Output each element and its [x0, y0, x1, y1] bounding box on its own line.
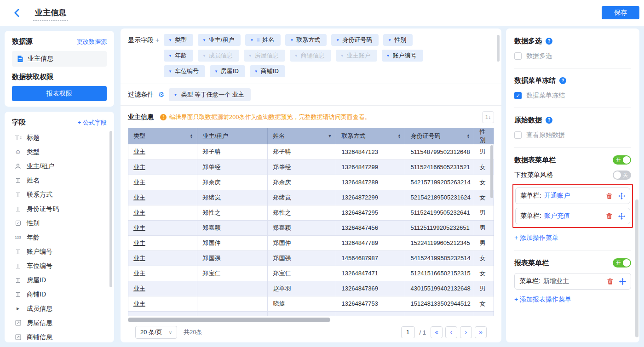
save-button[interactable]: 保存 [602, 6, 639, 19]
chip-owner-tenant[interactable]: ▼业主/租户 [198, 34, 241, 46]
settings-scrollbar-thumb[interactable] [635, 199, 638, 337]
table-vertical-scrollbar-thumb[interactable] [490, 145, 493, 198]
help-icon[interactable]: ? [559, 77, 566, 84]
field-item-member-info[interactable]: ▶ 成员信息 [12, 301, 107, 316]
table-horizontal-scrollbar-thumb[interactable] [128, 318, 330, 322]
table-row[interactable]: 业主郑国仲郑国仲13264847789152241199605212345男 [128, 235, 494, 250]
field-item-account-no[interactable]: 账户编号 [12, 245, 107, 259]
chip-id-number[interactable]: ▼身份证号码 [331, 34, 379, 46]
add-display-field-icon[interactable]: + [155, 36, 159, 44]
move-icon[interactable] [619, 278, 626, 285]
chip-account-no[interactable]: ▼账户编号 [382, 50, 423, 62]
menu-item-name[interactable]: 账户充值 [544, 212, 570, 220]
gear-icon[interactable]: ⚙ [158, 91, 164, 99]
chip-gender[interactable]: ▼性别 [383, 34, 413, 46]
field-item-parking-no[interactable]: 车位编号 [12, 259, 107, 273]
table-row[interactable]: 业主郑性之郑性之13264847295511524199505232641男 [128, 205, 494, 220]
table-row[interactable]: 业主郑绪岚郑绪岚13264872299521542189505231624女 [128, 190, 494, 205]
add-action-menu-link[interactable]: + 添加操作菜单 [514, 234, 631, 242]
chip-house-info[interactable]: ▼房屋信息 [244, 50, 285, 62]
sort-icon[interactable]: ▲▼ [190, 134, 193, 138]
filter-condition-chip[interactable]: ▼ 类型 等于任意一个 业主 [169, 88, 250, 101]
add-report-action-menu-link[interactable]: + 添加报表操作菜单 [514, 296, 631, 304]
table-row[interactable]: 业主郑肇经郑肇经13264847299511524166505231521女 [128, 159, 494, 175]
field-item-contact[interactable]: 联系方式 [12, 188, 107, 202]
field-item-shop-info[interactable]: 商铺信息 [12, 330, 107, 342]
trash-icon[interactable] [606, 193, 613, 199]
column-header-owner-tenant[interactable]: 业主/租户 [197, 128, 267, 144]
chip-owner-account[interactable]: ▼业主账户 [336, 50, 377, 62]
page-input[interactable]: 1 [401, 326, 415, 338]
field-item-shop-id[interactable]: 商铺ID [12, 287, 107, 301]
column-header-type[interactable]: 类型▲▼ [128, 128, 197, 144]
field-item-title[interactable]: 标题 [12, 131, 107, 145]
chip-contact[interactable]: ▼联系方式 [285, 34, 327, 46]
menu-item-new-owner[interactable]: 菜单栏: 新增业主 [514, 273, 631, 290]
back-icon[interactable] [12, 8, 22, 18]
help-icon[interactable]: ? [546, 117, 552, 124]
first-page-button[interactable]: « [431, 326, 443, 338]
help-icon[interactable]: ? [546, 38, 552, 45]
report-permission-button[interactable]: 报表权限 [12, 86, 107, 101]
prev-page-button[interactable]: ‹ [445, 326, 457, 338]
field-item-house-id[interactable]: 房屋ID [12, 273, 107, 287]
field-item-house-info[interactable]: 房屋信息 [12, 316, 107, 330]
next-page-button[interactable]: › [460, 326, 472, 338]
menu-item-name[interactable]: 开通账户 [544, 192, 570, 200]
add-formula-field-link[interactable]: + 公式字段 [78, 119, 107, 127]
field-item-id-number[interactable]: 身份证号码 [12, 202, 107, 216]
datasource-item[interactable]: 业主信息 [12, 51, 107, 67]
chip-member-info[interactable]: ▼成员信息 [198, 50, 239, 62]
sort-order-icon[interactable]: 1↓ [482, 111, 494, 123]
column-header-id-number[interactable]: 身份证号码▲▼ [405, 128, 474, 144]
change-datasource-link[interactable]: 更改数据源 [77, 38, 107, 46]
dropdown-style-toggle-off[interactable]: 关 [613, 171, 631, 180]
menu-item-name[interactable]: 新增业主 [543, 277, 569, 285]
page-title[interactable]: 业主信息 [33, 7, 68, 21]
table-row[interactable]: 业主郑国强郑国强14564687987541524199505232514女 [128, 250, 494, 266]
display-fields-scrollbar-thumb[interactable] [497, 35, 500, 62]
checkbox-checked[interactable]: ✓ [514, 92, 522, 99]
sort-desc-icon[interactable]: ▼ [328, 134, 332, 138]
chip-house-id[interactable]: ▼房屋ID [210, 65, 245, 77]
column-header-contact[interactable]: 联系方式▲▼ [336, 128, 405, 144]
table-row[interactable]: 业主晓旋13264847753151248133502944512女 [128, 296, 494, 311]
table-menu-toggle-on[interactable]: 开 [613, 155, 631, 165]
field-item-name[interactable]: 姓名 [12, 173, 107, 188]
sort-icon[interactable]: ▲▼ [398, 134, 401, 138]
chip-parking-no[interactable]: ▼车位编号 [164, 65, 205, 77]
chip-shop-info[interactable]: ▼商铺信息 [290, 50, 331, 62]
trash-icon[interactable] [606, 213, 613, 220]
chip-shop-id[interactable]: ▼商铺ID [250, 65, 285, 77]
table-row[interactable]: 业主赵单羽13264847369430155199402132648男 [128, 281, 494, 296]
column-header-gender[interactable]: 性别 [474, 128, 494, 144]
table-row[interactable]: 业主郑嘉颖郑嘉颖13264847456511251199205232651男 [128, 220, 494, 235]
menu-freeze-checkbox-row[interactable]: ✓ 数据菜单冻结 [514, 91, 631, 100]
move-icon[interactable] [618, 193, 625, 199]
checkbox-unchecked[interactable] [514, 131, 522, 139]
fields-scrollbar-thumb[interactable] [109, 131, 112, 287]
table-row[interactable]: 业主郑宝仁郑宝仁13264847471512415166502152315女 [128, 266, 494, 281]
field-item-type[interactable]: ⊙ 类型 [12, 145, 107, 159]
menu-item-open-account[interactable]: 菜单栏: 开通账户 [515, 188, 630, 204]
field-item-age[interactable]: 123 年龄 [12, 230, 107, 245]
chip-age[interactable]: ▼年龄 [164, 50, 193, 62]
move-icon[interactable] [618, 213, 625, 220]
page-size-select[interactable]: 20 条/页 ∨ [135, 326, 177, 339]
table-row[interactable]: 业主郑子聃郑子聃13264847123511548799502312648男 [128, 144, 494, 159]
table-row[interactable]: 业主郑余庆郑余庆13264847289542157199205263214女 [128, 175, 494, 190]
table-row-partial[interactable] [128, 311, 494, 316]
field-item-gender[interactable]: ✓ 性别 [12, 216, 107, 230]
trash-icon[interactable] [607, 278, 614, 285]
report-menu-toggle-on[interactable]: 开 [613, 258, 631, 267]
chip-type[interactable]: ▼类型 [164, 34, 193, 46]
multi-select-checkbox-row[interactable]: 数据多选 [514, 52, 631, 60]
chip-name[interactable]: ▼≡姓名 [245, 34, 281, 46]
checkbox-unchecked[interactable] [514, 52, 522, 60]
column-header-name[interactable]: 姓名▼ [267, 128, 336, 144]
field-item-owner-tenant[interactable]: 业主/租户 [12, 159, 107, 173]
menu-item-recharge-account[interactable]: 菜单栏: 账户充值 [515, 208, 630, 224]
last-page-button[interactable]: » [475, 326, 487, 338]
raw-data-checkbox-row[interactable]: 查看原始数据 [514, 131, 631, 139]
sort-icon[interactable]: ▲▼ [467, 134, 470, 138]
